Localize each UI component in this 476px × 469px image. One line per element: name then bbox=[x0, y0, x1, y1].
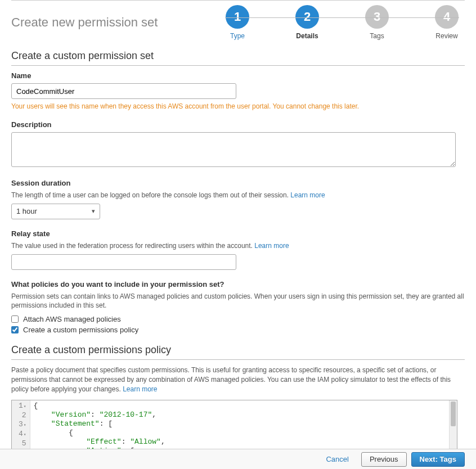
relay-state-input[interactable] bbox=[11, 254, 236, 270]
name-label: Name bbox=[11, 71, 465, 80]
create-custom-checkbox[interactable] bbox=[11, 326, 19, 333]
next-button[interactable]: Next: Tags bbox=[411, 452, 465, 467]
description-textarea[interactable] bbox=[11, 132, 456, 167]
wizard-step-label: Details bbox=[296, 32, 318, 40]
session-label: Session duration bbox=[11, 179, 465, 187]
name-warning: Your users will see this name when they … bbox=[11, 102, 465, 110]
policies-help: Permission sets can contain links to AWS… bbox=[11, 292, 465, 311]
wizard-step-number: 3 bbox=[365, 5, 389, 29]
section-heading-custom-policy: Create a custom permissions policy bbox=[11, 344, 465, 360]
section-heading-custom-set: Create a custom permission set bbox=[11, 50, 465, 66]
wizard-step-label: Tags bbox=[370, 32, 384, 40]
custom-policy-learn-link[interactable]: Learn more bbox=[123, 385, 157, 393]
attach-managed-checkbox[interactable] bbox=[11, 315, 19, 323]
custom-policy-help-text: Paste a policy document that specifies c… bbox=[11, 366, 451, 393]
editor-scrollbar-thumb[interactable] bbox=[451, 402, 456, 426]
wizard-step-review[interactable]: 4 Review bbox=[434, 5, 459, 40]
previous-button[interactable]: Previous bbox=[361, 452, 407, 467]
name-input[interactable] bbox=[11, 83, 236, 99]
relay-learn-link[interactable]: Learn more bbox=[254, 242, 289, 250]
cancel-button[interactable]: Cancel bbox=[318, 452, 356, 467]
session-help-text: The length of time a user can be logged … bbox=[11, 191, 290, 199]
custom-policy-help: Paste a policy document that specifies c… bbox=[11, 366, 465, 394]
description-label: Description bbox=[11, 120, 465, 129]
wizard-step-number: 1 bbox=[226, 5, 249, 29]
session-learn-link[interactable]: Learn more bbox=[290, 191, 325, 199]
page-title: Create new permission set bbox=[11, 15, 158, 30]
wizard-step-label: Type bbox=[230, 32, 245, 40]
relay-help: The value used in the federation process… bbox=[11, 241, 465, 251]
relay-label: Relay state bbox=[11, 229, 465, 238]
checkbox-create-custom[interactable]: Create a custom permissions policy bbox=[11, 326, 465, 334]
field-policies: What policies do you want to include in … bbox=[11, 280, 465, 335]
wizard-stepper: 1 Type 2 Details 3 Tags 4 Review bbox=[158, 5, 465, 40]
wizard-step-number: 2 bbox=[295, 5, 319, 29]
wizard-step-number: 4 bbox=[435, 5, 459, 29]
field-relay-state: Relay state The value used in the federa… bbox=[11, 229, 465, 270]
checkbox-attach-managed[interactable]: Attach AWS managed policies bbox=[11, 315, 465, 323]
field-name: Name Your users will see this name when … bbox=[11, 71, 465, 110]
wizard-step-details[interactable]: 2 Details bbox=[295, 5, 320, 40]
create-custom-label: Create a custom permissions policy bbox=[23, 326, 138, 334]
footer-actions: Cancel Previous Next: Tags bbox=[0, 449, 476, 469]
session-duration-select[interactable]: 1 hour bbox=[11, 204, 100, 219]
relay-help-text: The value used in the federation process… bbox=[11, 242, 254, 250]
session-duration-value: 1 hour bbox=[16, 207, 37, 215]
attach-managed-label: Attach AWS managed policies bbox=[23, 315, 121, 323]
header-row: Create new permission set 1 Type 2 Detai… bbox=[11, 0, 465, 44]
policies-label: What policies do you want to include in … bbox=[11, 280, 465, 288]
wizard-step-type[interactable]: 1 Type bbox=[225, 5, 250, 40]
wizard-step-tags[interactable]: 3 Tags bbox=[365, 5, 389, 40]
field-description: Description bbox=[11, 120, 465, 169]
field-session-duration: Session duration The length of time a us… bbox=[11, 179, 465, 219]
wizard-line bbox=[225, 17, 459, 18]
session-help: The length of time a user can be logged … bbox=[11, 191, 465, 200]
wizard-step-label: Review bbox=[435, 32, 457, 40]
